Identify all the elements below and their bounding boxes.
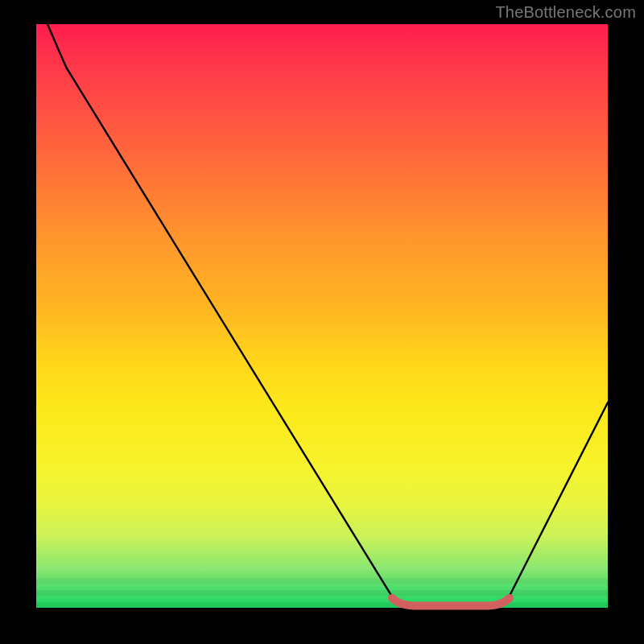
chart-svg xyxy=(36,24,608,608)
optimal-range-marker xyxy=(392,598,510,606)
plot-area xyxy=(36,24,608,608)
chart-frame: TheBottleneck.com xyxy=(0,0,644,644)
watermark-text: TheBottleneck.com xyxy=(495,3,636,22)
bottleneck-curve xyxy=(47,24,608,606)
